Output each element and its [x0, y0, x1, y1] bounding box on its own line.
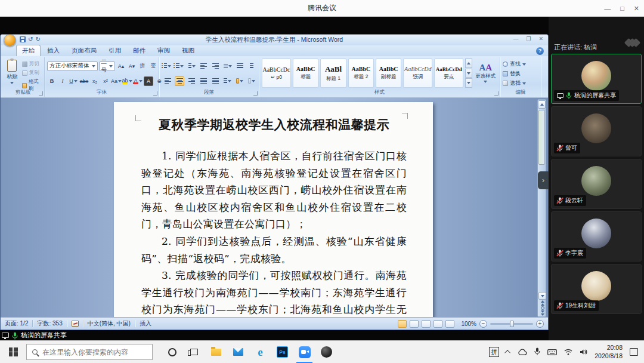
change-styles-button[interactable]: AA 更改样式 — [474, 59, 497, 88]
tab-references[interactable]: 引用 — [103, 45, 126, 56]
edge-button[interactable]: e — [249, 341, 271, 363]
font-color-button[interactable]: A — [133, 76, 143, 86]
close-button[interactable]: ✕ — [634, 5, 639, 13]
styles-gallery-scroll[interactable] — [465, 59, 472, 88]
justify-button[interactable] — [199, 76, 208, 86]
zoom-slider-thumb[interactable] — [510, 321, 514, 327]
action-center-icon[interactable] — [630, 348, 638, 356]
bullets-button[interactable] — [163, 61, 172, 71]
outline-view-button[interactable] — [434, 320, 442, 328]
dialog-launcher-icon[interactable] — [39, 91, 43, 96]
select-button[interactable]: 选择 — [503, 79, 538, 87]
sort-button[interactable] — [235, 61, 244, 71]
scroll-up-icon[interactable] — [538, 100, 546, 109]
help-icon[interactable]: ? — [536, 47, 544, 55]
zoom-out-button[interactable]: − — [479, 320, 487, 328]
tab-home[interactable]: 开始 — [16, 45, 41, 56]
touch-keyboard-icon[interactable] — [547, 347, 557, 358]
underline-button[interactable]: U — [69, 76, 78, 86]
ime-indicator[interactable]: 拼 — [489, 347, 499, 357]
search-input[interactable] — [42, 348, 141, 356]
dialog-launcher-icon[interactable] — [153, 91, 157, 96]
fullscreen-view-button[interactable] — [410, 320, 419, 328]
draft-view-button[interactable] — [445, 320, 454, 328]
paste-button[interactable]: 粘贴 — [4, 59, 20, 89]
subscript-button[interactable]: x₂ — [90, 76, 100, 86]
word-close-button[interactable]: ✕ — [538, 36, 543, 42]
style-title[interactable]: AaBbC标题 — [293, 59, 318, 88]
document-page[interactable]: 夏秋季学期返校学生入校流程和温馨提示 1. 同学们应根据本人宿舍区，自行前往宿舍… — [114, 102, 433, 318]
tab-mailings[interactable]: 邮件 — [128, 45, 151, 56]
increase-indent-button[interactable] — [211, 61, 221, 71]
highlight-button[interactable]: ab — [122, 76, 132, 86]
align-left-button[interactable] — [163, 76, 172, 86]
tab-page-layout[interactable]: 页面布局 — [66, 45, 102, 56]
zoom-level[interactable]: 100% — [461, 321, 476, 327]
web-layout-view-button[interactable] — [422, 320, 431, 328]
grow-font-button[interactable]: A▴ — [116, 61, 126, 71]
taskbar-clock[interactable]: 20:08 2020/8/18 — [595, 344, 623, 359]
vertical-scrollbar[interactable] — [537, 99, 546, 317]
style-heading2[interactable]: AaBbC标题 2 — [348, 59, 374, 88]
distribute-button[interactable] — [210, 76, 220, 86]
style-p0[interactable]: AaBbCcDc↵ p0 — [262, 59, 291, 88]
microphone-tray-icon[interactable] — [534, 347, 540, 358]
participant-tile[interactable]: 曾可 — [551, 106, 642, 156]
dialog-launcher-icon[interactable] — [253, 91, 258, 96]
save-icon[interactable] — [20, 36, 26, 42]
find-button[interactable]: 查找 — [503, 60, 538, 68]
style-emphasis[interactable]: AaBbCcDd强调 — [403, 59, 432, 88]
document-canvas[interactable]: 夏秋季学期返校学生入校流程和温馨提示 1. 同学们应根据本人宿舍区，自行前往宿舍… — [1, 98, 548, 318]
style-keypoint[interactable]: AaBbCcDd要点 — [434, 59, 463, 88]
change-case-aa-button[interactable]: Aa — [112, 76, 121, 86]
cortana-button[interactable] — [161, 341, 183, 363]
scrollbar-thumb[interactable] — [538, 110, 545, 165]
wifi-icon[interactable] — [564, 347, 572, 358]
change-case-button[interactable]: 变 — [148, 61, 158, 71]
align-center-button[interactable] — [175, 76, 184, 86]
print-layout-view-button[interactable] — [398, 320, 407, 328]
copy-button[interactable]: 复制 — [22, 69, 42, 76]
decrease-indent-button[interactable] — [199, 61, 209, 71]
participant-tile-sharing[interactable]: 杨润的屏幕共享 — [551, 54, 642, 104]
office-button-icon[interactable] — [4, 34, 16, 47]
word-restore-button[interactable]: ❐ — [526, 36, 531, 42]
word-count[interactable]: 字数: 353 — [37, 319, 62, 328]
shrink-font-button[interactable]: A▾ — [127, 61, 137, 71]
zoom-slider[interactable] — [490, 323, 533, 325]
font-name-combo[interactable]: 方正小标宋简体 — [47, 61, 98, 71]
tab-view[interactable]: 视图 — [177, 45, 200, 56]
previous-page-icon[interactable] — [541, 300, 544, 306]
superscript-button[interactable]: x² — [101, 76, 110, 86]
borders-button[interactable] — [247, 76, 256, 86]
cut-button[interactable]: 剪切 — [22, 60, 42, 67]
scroll-down-icon[interactable] — [538, 292, 546, 300]
bold-button[interactable]: B — [47, 76, 57, 86]
style-heading1[interactable]: AaBl标题 1 — [320, 59, 346, 88]
insert-mode[interactable]: 插入 — [140, 319, 151, 328]
multilevel-list-button[interactable] — [187, 61, 197, 71]
line-spacing-button[interactable] — [222, 76, 233, 86]
zoom-in-button[interactable]: + — [536, 320, 544, 328]
tab-review[interactable]: 审阅 — [152, 45, 175, 56]
participant-tile[interactable]: 19生科刘甜 — [551, 264, 642, 314]
sidebar-collapse-button[interactable]: › — [538, 171, 549, 189]
task-view-button[interactable] — [183, 341, 205, 363]
strikethrough-button[interactable]: abc — [79, 76, 89, 86]
participant-tile[interactable]: 段云轩 — [551, 159, 642, 209]
font-size-combo[interactable]: 二号 — [99, 61, 116, 71]
pinyin-guide-button[interactable]: 拼 — [138, 61, 147, 71]
mail-button[interactable] — [227, 341, 249, 363]
style-subtitle[interactable]: AaBbC副标题 — [376, 59, 401, 88]
shading-button[interactable] — [235, 76, 244, 86]
language-indicator[interactable]: 中文(简体, 中国) — [88, 319, 131, 328]
next-page-icon[interactable] — [541, 310, 544, 316]
minimize-button[interactable]: — — [604, 5, 611, 12]
show-marks-button[interactable] — [247, 61, 256, 71]
taskbar-search[interactable] — [26, 344, 153, 360]
align-right-button[interactable] — [187, 76, 196, 86]
file-explorer-button[interactable] — [205, 341, 227, 363]
volume-icon[interactable] — [580, 347, 587, 358]
participant-tile[interactable]: 李宇宸 — [551, 211, 642, 262]
italic-button[interactable]: I — [58, 76, 67, 86]
